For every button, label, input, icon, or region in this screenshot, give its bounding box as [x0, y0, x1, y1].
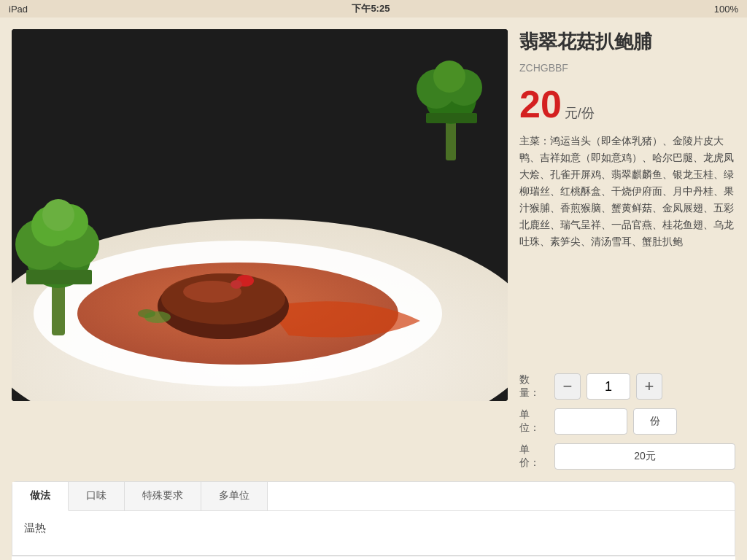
dish-description: 主菜：鸿运当头（即全体乳猪）、金陵片皮大鸭、吉祥如意（即如意鸡）、哈尔巴腿、龙虎…	[519, 133, 735, 362]
svg-point-21	[433, 61, 465, 93]
price-number: 20	[519, 85, 562, 123]
unit-label: 单位：	[519, 408, 549, 435]
quantity-value: 1	[587, 373, 630, 400]
status-bar: iPad 下午5:25 100%	[0, 0, 747, 18]
main-content: 翡翠花菇扒鲍脯 ZCHGBBF 20 元/份 主菜：鸿运当头（即全体乳猪）、金陵…	[0, 18, 747, 481]
food-image-container	[12, 29, 508, 401]
svg-point-8	[231, 280, 242, 289]
tabs-section: 做法 口味 特殊要求 多单位 温热	[12, 481, 735, 556]
tab-content: 温热	[12, 511, 735, 555]
svg-point-24	[138, 309, 155, 318]
device-label: iPad	[9, 4, 28, 15]
tabs-header: 做法 口味 特殊要求 多单位	[12, 482, 735, 511]
svg-point-15	[42, 199, 74, 231]
svg-rect-16	[26, 270, 92, 284]
dish-title: 翡翠花菇扒鲍脯	[519, 29, 735, 55]
tab-special-requirements[interactable]: 特殊要求	[125, 482, 201, 510]
decrease-button[interactable]: −	[554, 373, 581, 400]
quantity-label: 数量：	[519, 373, 549, 400]
tab-cooking-method[interactable]: 做法	[12, 482, 69, 511]
single-price-row: 单价： 20元	[519, 443, 735, 470]
tab-multi-unit[interactable]: 多单位	[201, 482, 268, 510]
right-panel: 翡翠花菇扒鲍脯 ZCHGBBF 20 元/份 主菜：鸿运当头（即全体乳猪）、金陵…	[519, 29, 735, 470]
tab-flavor[interactable]: 口味	[69, 482, 125, 510]
single-price-value: 20元	[554, 443, 735, 470]
price-row: 20 元/份	[519, 85, 735, 123]
unit-box	[554, 408, 627, 435]
svg-rect-22	[426, 113, 477, 123]
unit-value: 份	[633, 408, 677, 435]
status-time: 下午5:25	[352, 2, 390, 15]
battery-indicator: 100%	[714, 4, 738, 15]
food-image	[12, 29, 508, 401]
price-unit: 元/份	[565, 104, 595, 122]
single-price-label: 单价：	[519, 443, 549, 470]
dish-code: ZCHGBBF	[519, 62, 735, 74]
quantity-row: 数量： − 1 +	[519, 373, 735, 400]
increase-button[interactable]: +	[636, 373, 662, 400]
bottom-info: 翡翠花菇扒鲍脯 1份 20元	[12, 556, 735, 560]
unit-row: 单位： 份	[519, 408, 735, 435]
